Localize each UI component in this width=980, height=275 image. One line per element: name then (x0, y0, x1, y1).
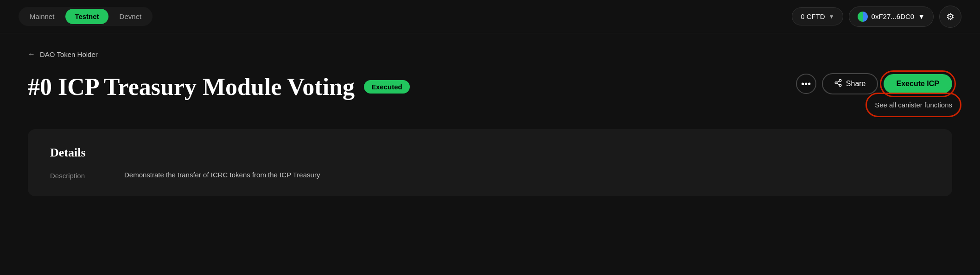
share-label: Share (846, 80, 866, 88)
details-section-title: Details (50, 146, 930, 160)
more-options-button[interactable]: ••• (796, 74, 816, 94)
canister-functions-link-wrapper: See all canister functions (875, 99, 952, 111)
execute-button-wrapper: Execute ICP (884, 74, 952, 94)
wallet-avatar-icon (858, 12, 868, 22)
main-content: ← DAO Token Holder #0 ICP Treasury Modul… (0, 33, 980, 215)
status-badge: Executed (364, 80, 410, 94)
back-arrow-icon: ← (28, 50, 35, 58)
more-icon: ••• (801, 79, 811, 89)
execute-icp-button[interactable]: Execute ICP (884, 74, 952, 94)
wallet-chevron-icon: ▼ (918, 12, 925, 20)
testnet-button[interactable]: Testnet (65, 9, 108, 24)
wallet-address: 0xF27...6DC0 (872, 12, 915, 20)
top-navigation: Mainnet Testnet Devnet 0 CFTD ▼ 0xF27...… (0, 0, 980, 33)
mainnet-button[interactable]: Mainnet (20, 9, 64, 24)
wallet-button[interactable]: 0xF27...6DC0 ▼ (849, 6, 934, 27)
network-switcher: Mainnet Testnet Devnet (19, 7, 153, 26)
breadcrumb: ← DAO Token Holder (28, 50, 952, 58)
breadcrumb-label[interactable]: DAO Token Holder (40, 50, 98, 58)
balance-button[interactable]: 0 CFTD ▼ (792, 7, 843, 25)
svg-line-3 (837, 83, 839, 85)
details-card: Details Description Demonstrate the tran… (28, 129, 952, 196)
see-all-canister-functions-link[interactable]: See all canister functions (875, 99, 952, 111)
svg-line-4 (837, 81, 839, 82)
devnet-button[interactable]: Devnet (110, 9, 151, 24)
balance-amount: 0 CFTD (801, 12, 825, 20)
share-button[interactable]: Share (822, 73, 878, 94)
balance-chevron-icon: ▼ (829, 13, 834, 20)
action-buttons-row: ••• Share Execute ICP (796, 73, 952, 94)
actions-area: ••• Share Execute ICP (796, 73, 952, 111)
description-row: Description Demonstrate the transfer of … (50, 171, 930, 180)
share-icon (834, 79, 842, 89)
title-area: #0 ICP Treasury Module Voting Executed (28, 73, 410, 100)
description-label: Description (50, 171, 106, 180)
nav-right: 0 CFTD ▼ 0xF27...6DC0 ▼ ⚙ (792, 6, 961, 28)
settings-button[interactable]: ⚙ (939, 6, 961, 28)
description-value: Demonstrate the transfer of ICRC tokens … (124, 171, 320, 179)
settings-gear-icon: ⚙ (946, 11, 955, 22)
page-title: #0 ICP Treasury Module Voting (28, 73, 355, 100)
page-header: #0 ICP Treasury Module Voting Executed •… (28, 73, 952, 111)
